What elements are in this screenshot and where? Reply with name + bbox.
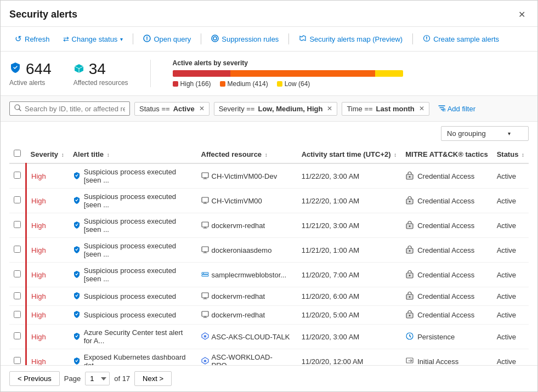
stats-separator: [150, 60, 151, 87]
row-checkbox[interactable]: [14, 357, 21, 364]
row-checkbox[interactable]: [14, 332, 21, 339]
table-row[interactable]: High Suspicious process executed [seen .…: [9, 263, 529, 287]
row-checkbox-cell[interactable]: [9, 263, 26, 287]
table-row[interactable]: High Suspicious process executed [seen .…: [9, 213, 529, 238]
toolbar-separator-1: [133, 33, 133, 44]
severity-value: High: [31, 197, 46, 205]
activity-start-header[interactable]: Activity start time (UTC+2) ↕: [297, 145, 401, 163]
row-checkbox-cell[interactable]: [9, 306, 26, 325]
status-cell: Active: [492, 263, 529, 287]
next-button[interactable]: Next >: [134, 371, 172, 386]
svg-rect-24: [202, 293, 208, 298]
alert-title-cell[interactable]: Exposed Kubernetes dashboard det...: [69, 349, 197, 366]
affected-resource-header[interactable]: Affected resource ↕: [197, 145, 297, 163]
select-all-checkbox[interactable]: [14, 150, 21, 157]
table-row[interactable]: High Azure Security Center test alert fo…: [9, 325, 529, 349]
alerts-table: Severity ↕ Alert title ↕ Affected resour…: [9, 145, 529, 365]
grouping-label: No grouping: [447, 129, 486, 138]
affected-resource-sort-icon: ↕: [265, 152, 268, 158]
alert-title-cell[interactable]: Suspicious process executed [seen ...: [69, 238, 197, 263]
alert-shield-icon: [73, 357, 81, 366]
row-checkbox[interactable]: [14, 196, 21, 203]
search-box[interactable]: [9, 101, 130, 116]
severity-value: High: [31, 357, 46, 366]
affected-resources-label: Affected resources: [73, 79, 128, 87]
table-row[interactable]: High Exposed Kubernetes dashboard det...…: [9, 349, 529, 366]
row-checkbox[interactable]: [14, 246, 21, 253]
open-query-button[interactable]: Open query: [138, 32, 196, 47]
severity-cell: High: [26, 189, 69, 213]
mitre-tactics-cell: Credential Access: [401, 163, 492, 189]
resource-name: CH-VictimVM00: [212, 197, 262, 205]
row-checkbox-cell[interactable]: [9, 189, 26, 213]
row-checkbox-cell[interactable]: [9, 238, 26, 263]
alert-title-cell[interactable]: Azure Security Center test alert for A..…: [69, 325, 197, 349]
add-filter-button[interactable]: Add filter: [434, 102, 480, 115]
create-sample-alerts-button[interactable]: Create sample alerts: [417, 32, 505, 47]
status-cell: Active: [492, 238, 529, 263]
resource-type-icon: [201, 270, 209, 280]
status-sort-icon: ↕: [522, 152, 524, 158]
low-legend: Low (64): [277, 80, 310, 88]
security-alerts-map-button[interactable]: Security alerts map (Preview): [293, 32, 408, 47]
alert-title-header[interactable]: Alert title ↕: [69, 145, 197, 163]
row-checkbox[interactable]: [14, 270, 21, 277]
mitre-tactics-header[interactable]: MITRE ATT&CK® tactics: [401, 145, 492, 163]
open-query-icon: [143, 35, 151, 44]
resource-type-icon: ✱: [201, 357, 209, 366]
activity-start-sort-icon: ↕: [394, 152, 397, 158]
activity-start-cell: 11/20/20, 6:00 AM: [297, 287, 401, 306]
active-alerts-stat: 644 Active alerts: [9, 60, 52, 87]
search-input[interactable]: [25, 105, 125, 113]
status-value: Active: [497, 172, 516, 180]
table-row[interactable]: High Suspicious process executed [seen .…: [9, 189, 529, 213]
severity-filter-chip: Severity == Low, Medium, High ✕: [214, 102, 338, 116]
add-filter-label: Add filter: [448, 105, 475, 113]
table-row[interactable]: High Suspicious process executed dockerv…: [9, 287, 529, 306]
status-cell: Active: [492, 349, 529, 366]
status-header[interactable]: Status ↕: [492, 145, 529, 163]
row-checkbox[interactable]: [14, 311, 21, 318]
row-checkbox[interactable]: [14, 221, 21, 228]
alert-title-cell[interactable]: Suspicious process executed [seen ...: [69, 213, 197, 238]
alert-title-cell[interactable]: Suspicious process executed [seen ...: [69, 263, 197, 287]
severity-chip-close[interactable]: ✕: [327, 105, 332, 112]
time-filter-chip: Time == Last month ✕: [342, 102, 429, 116]
high-legend-label: High (166): [180, 80, 211, 88]
activity-time: 11/20/20, 12:00 AM: [302, 357, 364, 366]
refresh-button[interactable]: ↺ Refresh: [9, 31, 55, 47]
row-checkbox-cell[interactable]: [9, 349, 26, 366]
row-checkbox-cell[interactable]: [9, 287, 26, 306]
affected-resource-cell: samplecrmweblobstor...: [197, 263, 297, 287]
change-status-button[interactable]: ⇄ Change status ▾: [58, 32, 129, 46]
page-select[interactable]: 1234567891011121314151617: [85, 372, 110, 385]
row-checkbox[interactable]: [14, 292, 21, 299]
svg-rect-10: [202, 197, 208, 202]
row-checkbox[interactable]: [14, 172, 21, 179]
status-value: Active: [497, 292, 516, 300]
severity-header[interactable]: Severity ↕: [26, 145, 69, 163]
select-all-checkbox-header[interactable]: [9, 145, 26, 163]
grouping-dropdown[interactable]: No grouping ▾: [441, 126, 529, 141]
alert-title-cell[interactable]: Suspicious process executed: [69, 287, 197, 306]
previous-button[interactable]: < Previous: [9, 371, 60, 386]
severity-value: High: [31, 221, 46, 230]
close-button[interactable]: ✕: [515, 8, 529, 21]
resource-type-icon: [201, 292, 209, 301]
row-checkbox-cell[interactable]: [9, 163, 26, 189]
table-row[interactable]: High Suspicious process executed [seen .…: [9, 163, 529, 189]
table-row[interactable]: High Suspicious process executed dockerv…: [9, 306, 529, 325]
alert-title-cell[interactable]: Suspicious process executed [seen ...: [69, 189, 197, 213]
time-chip-close[interactable]: ✕: [419, 105, 424, 112]
alert-title-cell[interactable]: Suspicious process executed: [69, 306, 197, 325]
alert-title-cell[interactable]: Suspicious process executed [seen ...: [69, 163, 197, 189]
suppression-rules-button[interactable]: Suppression rules: [206, 32, 284, 47]
row-checkbox-cell[interactable]: [9, 213, 26, 238]
tactics-text: Credential Access: [417, 292, 474, 300]
table-row[interactable]: High Suspicious process executed [seen .…: [9, 238, 529, 263]
severity-value: High: [31, 292, 46, 300]
activity-time: 11/20/20, 3:00 AM: [302, 333, 360, 341]
tactics-text: Initial Access: [417, 357, 458, 366]
row-checkbox-cell[interactable]: [9, 325, 26, 349]
status-chip-close[interactable]: ✕: [199, 105, 205, 112]
